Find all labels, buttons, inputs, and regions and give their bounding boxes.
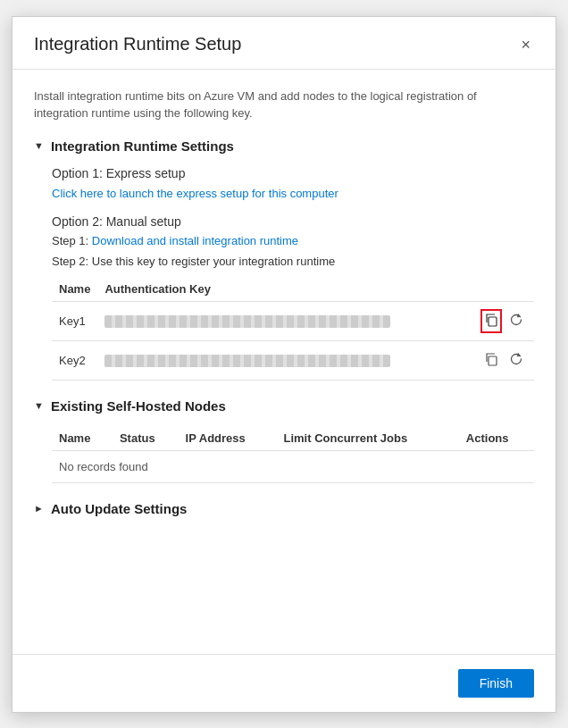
option2-section: Option 2: Manual setup Step 1: Download … [52, 214, 534, 268]
option1-label: Option 1: Express setup [52, 166, 534, 180]
auto-update-section-header[interactable]: ► Auto Update Settings [34, 501, 534, 516]
existing-nodes-title: Existing Self-Hosted Nodes [51, 398, 226, 414]
table-row: Key1 [52, 301, 534, 340]
integration-runtime-dialog: Integration Runtime Setup × Install inte… [12, 16, 556, 713]
nodes-table: Name Status IP Address Limit Concurrent … [52, 426, 534, 483]
key1-action-buttons [480, 309, 527, 333]
nodes-collapse-icon: ▼ [34, 400, 44, 411]
nodes-empty-text: No records found [52, 450, 534, 482]
dialog-footer: Finish [13, 654, 555, 712]
finish-button[interactable]: Finish [458, 669, 534, 698]
existing-nodes-content: Name Status IP Address Limit Concurrent … [34, 426, 534, 483]
download-runtime-link[interactable]: Download and install integration runtime [92, 234, 298, 247]
nodes-col-status: Status [113, 426, 179, 451]
key2-name: Key2 [52, 340, 97, 380]
nodes-col-name: Name [52, 426, 113, 451]
key1-name: Key1 [52, 301, 97, 340]
key2-action-buttons [480, 348, 527, 372]
key1-value-cell [97, 301, 473, 340]
express-setup-link[interactable]: Click here to launch the express setup f… [52, 187, 338, 200]
dialog-header: Integration Runtime Setup × [13, 17, 555, 70]
keys-table: Name Authentication Key Key1 [52, 277, 534, 381]
dialog-title: Integration Runtime Setup [34, 34, 241, 54]
key1-refresh-button[interactable] [505, 309, 527, 333]
integration-runtime-settings-section-header[interactable]: ▼ Integration Runtime Settings [34, 138, 534, 154]
collapse-icon: ▼ [34, 140, 44, 151]
auto-update-title: Auto Update Settings [51, 501, 188, 516]
intro-text: Install integration runtime bits on Azur… [34, 88, 534, 122]
auto-update-collapse-icon: ► [34, 503, 44, 514]
step1-prefix: Step 1: [52, 234, 92, 247]
nodes-empty-row: No records found [52, 450, 534, 482]
integration-runtime-settings-content: Option 1: Express setup Click here to la… [34, 166, 534, 381]
svg-rect-1 [489, 356, 497, 365]
col-name-header: Name [52, 277, 97, 302]
key1-actions [473, 301, 534, 340]
table-row: Key2 [52, 340, 534, 380]
step1-text: Step 1: Download and install integration… [52, 234, 534, 247]
close-button[interactable]: × [517, 33, 534, 56]
integration-runtime-settings-title: Integration Runtime Settings [51, 138, 234, 154]
existing-nodes-section: ▼ Existing Self-Hosted Nodes Name Status… [34, 398, 534, 483]
key1-copy-button[interactable] [480, 309, 502, 333]
col-auth-key-header: Authentication Key [97, 277, 473, 302]
nodes-col-actions: Actions [459, 426, 534, 451]
svg-rect-0 [489, 317, 497, 326]
step2-text: Step 2: Use this key to register your in… [52, 255, 534, 268]
dialog-body: Install integration runtime bits on Azur… [13, 70, 555, 654]
key2-value-cell [97, 340, 473, 380]
auto-update-section: ► Auto Update Settings [34, 501, 534, 516]
key2-actions [473, 340, 534, 380]
option2-label: Option 2: Manual setup [52, 214, 534, 229]
existing-nodes-section-header[interactable]: ▼ Existing Self-Hosted Nodes [34, 398, 534, 414]
key2-copy-button[interactable] [480, 348, 502, 372]
key2-refresh-button[interactable] [505, 348, 527, 372]
key1-masked-value [104, 315, 390, 328]
nodes-col-limit: Limit Concurrent Jobs [276, 426, 458, 451]
nodes-col-ip: IP Address [179, 426, 277, 451]
key2-masked-value [104, 355, 390, 367]
